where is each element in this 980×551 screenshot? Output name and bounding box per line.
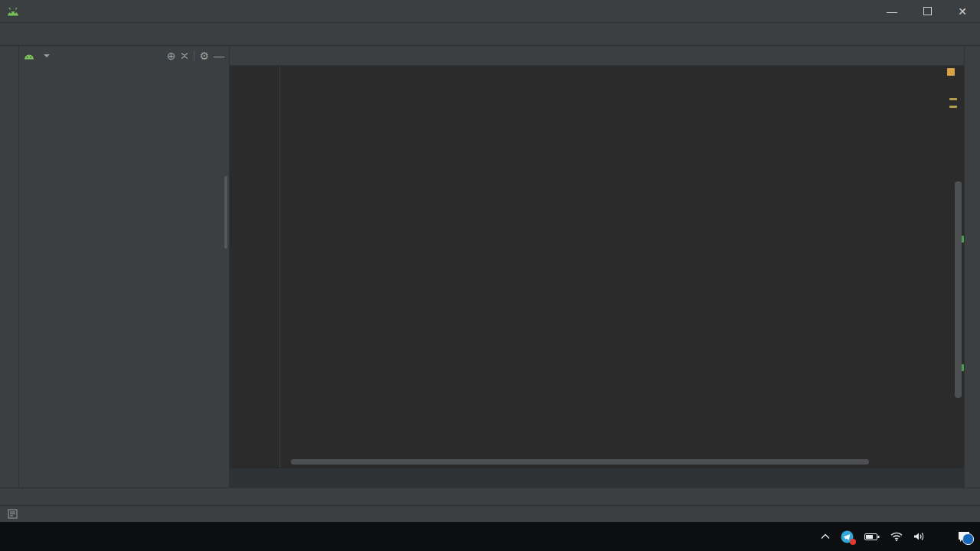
tool-window-bar [0,487,980,505]
tray-expand-icon[interactable] [821,533,830,540]
notification-center-icon[interactable] [957,530,971,543]
title-bar: — ✕ [0,0,980,23]
project-panel-header: ⊕ ⚙ — [19,46,229,66]
collapse-all-icon[interactable] [180,51,189,60]
close-button[interactable]: ✕ [945,0,980,23]
window-controls: — ✕ [874,0,980,23]
project-tree [19,66,229,487]
windows-taskbar [0,522,980,551]
editor-vertical-scrollbar[interactable] [955,181,962,398]
android-studio-window: — ✕ ⊕ ⚙ — [0,0,980,551]
hide-panel-icon[interactable]: — [214,50,224,62]
wifi-icon[interactable] [890,532,903,541]
restore-button[interactable] [910,0,945,23]
telegram-tray-icon[interactable] [841,530,854,543]
system-tray [821,522,980,551]
locate-file-icon[interactable]: ⊕ [167,50,176,62]
notification-badge [962,533,974,545]
warning-stripe-mark[interactable] [949,106,957,108]
android-view-icon [24,52,34,60]
editor-tab-bar [230,46,964,66]
editor-area [230,46,964,487]
settings-gear-icon[interactable]: ⚙ [199,50,209,62]
android-studio-logo-icon [6,5,20,18]
background-tasks-icon[interactable] [8,509,18,519]
warning-stripe-mark[interactable] [949,98,957,100]
volume-icon[interactable] [913,532,925,541]
inspections-widget[interactable] [947,68,955,76]
project-panel: ⊕ ⚙ — [19,46,230,487]
right-tool-stripe [964,46,980,487]
navigation-bar [0,23,980,46]
editor-breadcrumbs [230,468,964,487]
battery-icon[interactable] [864,533,880,541]
main-area: ⊕ ⚙ — [0,46,980,487]
chevron-down-icon[interactable] [44,54,50,57]
left-tool-stripe [0,46,19,487]
editor-horizontal-scrollbar[interactable] [291,459,869,465]
minimize-button[interactable]: — [874,0,910,23]
status-bar [0,505,980,522]
project-tree-scrollbar[interactable] [224,176,227,249]
code-editor[interactable] [230,66,964,468]
